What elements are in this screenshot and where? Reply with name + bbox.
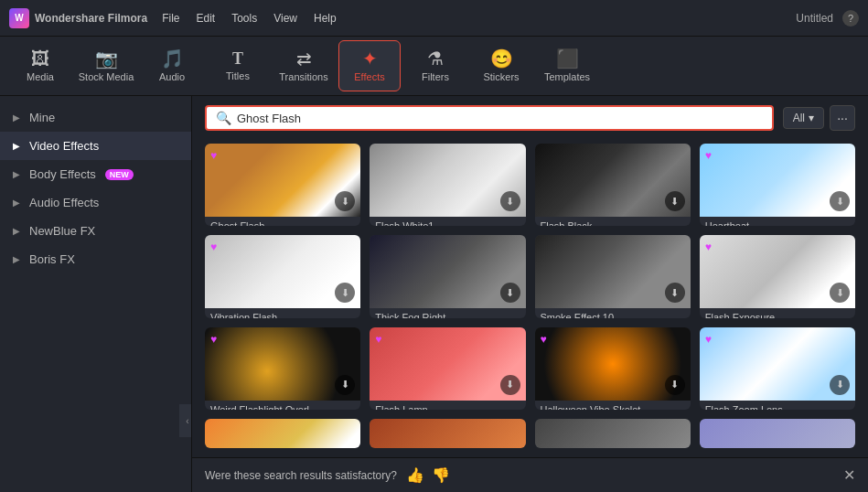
menu-help[interactable]: Help — [314, 12, 337, 25]
filter-chevron-icon: ▾ — [809, 112, 814, 124]
effect-thumb-thick-fog: ⬇ — [370, 235, 525, 308]
sidebar-audio-effects-label: Audio Effects — [29, 196, 99, 209]
effect-card-flash-black[interactable]: ⬇ Flash Black — [535, 144, 691, 226]
sidebar-item-mine[interactable]: ▶ Mine — [0, 103, 191, 132]
stock-media-icon: 📷 — [95, 49, 118, 68]
main-layout: ▶ Mine ▶ Video Effects ▶ Body Effects NE… — [0, 96, 868, 492]
tool-stickers[interactable]: 😊 Stickers — [470, 40, 532, 91]
tool-audio[interactable]: 🎵 Audio — [141, 40, 203, 91]
title-bar: W Wondershare Filmora File Edit Tools Vi… — [0, 0, 868, 37]
menu-file[interactable]: File — [162, 12, 179, 25]
tool-templates[interactable]: ⬛ Templates — [536, 40, 598, 91]
effect-card-weird-flashlight[interactable]: ♥ ⬇ Weird Flashlight Overl... — [205, 327, 360, 410]
more-options-button[interactable]: ··· — [830, 105, 855, 131]
add-icon-thick-fog: ⬇ — [500, 283, 520, 303]
effects-grid: ♥ ⬇ Ghost Flash ⬇ Flash White1 ⬇ Flash B… — [192, 140, 868, 457]
effect-card-flash-exposure[interactable]: ♥ ⬇ Flash Exposure — [700, 235, 855, 317]
menu-view[interactable]: View — [273, 12, 297, 25]
tool-stock-media[interactable]: 📷 Stock Media — [75, 40, 137, 91]
effect-card-vibration-flash[interactable]: ♥ ⬇ Vibration Flash — [205, 235, 360, 317]
effect-name-flash-zoom: Flash Zoom Lens — [700, 401, 855, 410]
body-effects-arrow: ▶ — [13, 169, 20, 179]
newblue-arrow: ▶ — [13, 226, 20, 236]
effect-thumb-flash-white1: ⬇ — [370, 144, 525, 217]
search-input[interactable] — [237, 112, 763, 125]
effect-card-smoke-effect[interactable]: ⬇ Smoke Effect 10 — [535, 235, 691, 317]
effect-card-partial1[interactable] — [205, 419, 360, 448]
sidebar-item-body-effects[interactable]: ▶ Body Effects NEW — [0, 160, 191, 188]
satisfaction-icons: 👍 👎 — [406, 466, 450, 484]
effect-name-flash-black: Flash Black — [535, 217, 691, 226]
tool-effects[interactable]: ✦ Effects — [338, 40, 401, 91]
effect-name-heartbeat: Heartbeat — [700, 217, 855, 226]
audio-icon: 🎵 — [161, 49, 184, 68]
tool-templates-label: Templates — [544, 71, 590, 82]
effect-thumb-partial4 — [700, 419, 855, 448]
favorite-icon-halloween: ♥ — [541, 333, 547, 346]
effect-name-halloween-vibe: Halloween Vibe Skelet... — [535, 401, 691, 410]
tool-filters[interactable]: ⚗ Filters — [404, 40, 466, 91]
thumbs-up-icon[interactable]: 👍 — [406, 466, 424, 484]
thumbs-down-icon[interactable]: 👎 — [432, 466, 450, 484]
effect-name-flash-lamp: Flash Lamp — [370, 401, 525, 410]
effect-thumb-ghost-flash: ♥ ⬇ — [205, 144, 360, 217]
effect-card-partial4[interactable] — [700, 419, 855, 448]
video-effects-arrow: ▶ — [13, 141, 20, 151]
add-icon-flash-white1: ⬇ — [500, 191, 520, 211]
favorite-icon-flash-zoom: ♥ — [705, 333, 712, 346]
effects-icon: ✦ — [362, 49, 378, 68]
effect-thumb-smoke-effect: ⬇ — [535, 235, 691, 308]
effect-card-flash-white1[interactable]: ⬇ Flash White1 — [370, 144, 525, 226]
sidebar-item-newblue-fx[interactable]: ▶ NewBlue FX — [0, 217, 191, 245]
effect-thumb-partial2 — [370, 419, 525, 448]
search-icon: 🔍 — [216, 111, 231, 125]
stickers-icon: 😊 — [490, 49, 513, 68]
effect-card-flash-lamp[interactable]: ♥ ⬇ Flash Lamp — [370, 327, 525, 410]
tool-titles-label: Titles — [226, 70, 250, 81]
logo-icon: W — [9, 8, 29, 28]
app-name: Wondershare Filmora — [35, 12, 147, 25]
effect-thumb-vibration-flash: ♥ ⬇ — [205, 235, 360, 308]
favorite-icon-heartbeat: ♥ — [705, 149, 712, 162]
effect-thumb-heartbeat: ♥ ⬇ — [700, 144, 855, 217]
effect-thumb-weird-flashlight: ♥ ⬇ — [205, 327, 360, 401]
effect-name-thick-fog: Thick Fog Right — [370, 308, 525, 317]
filter-all-button[interactable]: All ▾ — [783, 107, 824, 129]
menu-tools[interactable]: Tools — [231, 12, 257, 25]
question-icon[interactable]: ? — [842, 10, 859, 27]
effect-thumb-flash-exposure: ♥ ⬇ — [700, 235, 855, 308]
menu-edit[interactable]: Edit — [196, 12, 215, 25]
effect-name-smoke-effect: Smoke Effect 10 — [535, 308, 691, 317]
thumb-bg-partial4 — [700, 419, 855, 448]
effect-thumb-halloween: ♥ ⬇ — [535, 327, 691, 401]
effect-card-thick-fog[interactable]: ⬇ Thick Fog Right — [370, 235, 525, 317]
satisfaction-close-button[interactable]: ✕ — [843, 466, 855, 484]
effect-card-flash-zoom[interactable]: ♥ ⬇ Flash Zoom Lens — [700, 327, 855, 410]
effect-name-vibration-flash: Vibration Flash — [205, 308, 360, 317]
effect-thumb-flash-black: ⬇ — [535, 144, 691, 217]
tool-transitions[interactable]: ⇄ Transitions — [273, 40, 335, 91]
effect-card-halloween-vibe[interactable]: ♥ ⬇ Halloween Vibe Skelet... — [535, 327, 691, 410]
tool-audio-label: Audio — [159, 71, 185, 82]
sidebar-collapse-button[interactable]: ‹ — [179, 404, 192, 437]
tool-stickers-label: Stickers — [483, 71, 519, 82]
body-effects-badge: NEW — [105, 169, 134, 180]
effect-card-partial2[interactable] — [370, 419, 525, 448]
tool-media[interactable]: 🖼 Media — [9, 40, 71, 91]
add-icon-smoke-effect: ⬇ — [665, 283, 685, 303]
effect-card-partial3[interactable] — [535, 419, 691, 448]
effect-card-heartbeat[interactable]: ♥ ⬇ Heartbeat — [700, 144, 855, 226]
sidebar-boris-label: Boris FX — [29, 252, 75, 266]
tool-titles[interactable]: T Titles — [207, 40, 269, 91]
sidebar-item-video-effects[interactable]: ▶ Video Effects — [0, 132, 191, 160]
add-icon-heartbeat: ⬇ — [830, 191, 850, 211]
mine-arrow: ▶ — [13, 112, 20, 123]
effect-name-weird-flashlight: Weird Flashlight Overl... — [205, 401, 360, 410]
sidebar-item-boris-fx[interactable]: ▶ Boris FX — [0, 245, 191, 273]
effect-card-ghost-flash[interactable]: ♥ ⬇ Ghost Flash — [205, 144, 360, 226]
favorite-icon-flash-exposure: ♥ — [705, 241, 712, 253]
sidebar-item-audio-effects[interactable]: ▶ Audio Effects — [0, 188, 191, 217]
search-input-wrap[interactable]: 🔍 — [205, 105, 774, 131]
add-icon-flash-zoom: ⬇ — [830, 375, 850, 395]
tool-stock-media-label: Stock Media — [79, 71, 134, 82]
